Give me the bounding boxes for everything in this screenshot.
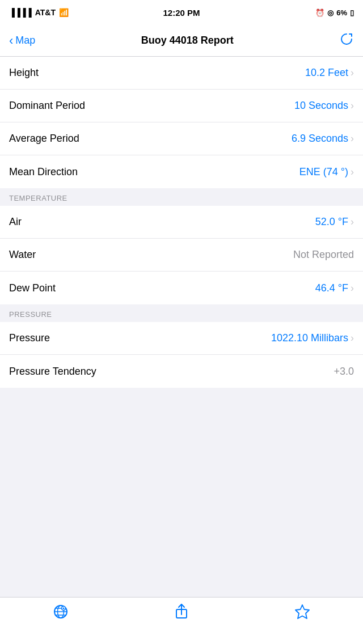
status-bar: ▐▐▐▐ AT&T 📶 12:20 PM ⏰ ◎ 6% ▯	[0, 0, 363, 25]
row-value-wrap-water: Not Reported	[293, 249, 354, 261]
row-value-wrap-average-period: 6.9 Seconds ›	[292, 133, 354, 145]
row-label-dominant-period: Dominant Period	[9, 100, 85, 112]
status-left: ▐▐▐▐ AT&T 📶	[9, 8, 69, 17]
row-value-wrap-pressure-tendency: +3.0	[334, 366, 354, 378]
svg-point-6	[63, 608, 65, 609]
row-label-dew-point: Dew Point	[9, 282, 56, 294]
status-right: ⏰ ◎ 6% ▯	[315, 9, 354, 17]
location-icon: ◎	[327, 9, 334, 17]
tab-map[interactable]	[52, 603, 69, 622]
tab-share[interactable]	[174, 603, 189, 622]
row-value-wrap-pressure: 1022.10 Millibars ›	[271, 332, 354, 344]
row-label-water: Water	[9, 249, 36, 261]
alarm-icon: ⏰	[315, 9, 324, 17]
chevron-right-icon: ›	[351, 67, 354, 79]
table-row: Pressure Tendency +3.0	[0, 355, 363, 388]
wifi-icon: 📶	[59, 8, 69, 17]
temperature-section: Air 52.0 °F › Water Not Reported Dew Poi…	[0, 206, 363, 304]
row-value-wrap-dew-point: 46.4 °F ›	[315, 282, 354, 294]
chevron-right-icon: ›	[351, 282, 354, 294]
row-value-height: 10.2 Feet	[305, 67, 348, 79]
row-value-wrap-height: 10.2 Feet ›	[305, 67, 354, 79]
row-label-air: Air	[9, 216, 22, 228]
row-label-average-period: Average Period	[9, 133, 79, 145]
table-row[interactable]: Air 52.0 °F ›	[0, 206, 363, 239]
back-button[interactable]: ‹ Map	[9, 33, 35, 48]
row-label-mean-direction: Mean Direction	[9, 166, 78, 178]
nav-bar: ‹ Map Buoy 44018 Report	[0, 25, 363, 57]
chevron-right-icon: ›	[351, 133, 354, 145]
battery-icon: ▯	[350, 9, 354, 17]
svg-marker-8	[296, 605, 309, 618]
battery-percent: 6%	[336, 9, 347, 17]
refresh-button[interactable]	[339, 32, 354, 50]
row-value-pressure: 1022.10 Millibars	[271, 332, 348, 344]
waves-section: Height 10.2 Feet › Dominant Period 10 Se…	[0, 57, 363, 188]
table-row: Water Not Reported	[0, 239, 363, 272]
star-icon	[294, 603, 311, 622]
row-label-pressure: Pressure	[9, 332, 50, 344]
table-row[interactable]: Pressure 1022.10 Millibars ›	[0, 322, 363, 355]
table-row[interactable]: Average Period 6.9 Seconds ›	[0, 122, 363, 155]
row-label-pressure-tendency: Pressure Tendency	[9, 366, 96, 378]
row-value-pressure-tendency: +3.0	[334, 366, 354, 378]
row-value-wrap-dominant-period: 10 Seconds ›	[294, 100, 354, 112]
temperature-section-header: Temperature	[0, 188, 363, 206]
row-value-wrap-mean-direction: ENE (74 °) ›	[299, 166, 354, 178]
row-value-dew-point: 46.4 °F	[315, 282, 348, 294]
globe-icon	[52, 603, 69, 622]
pressure-section: Pressure 1022.10 Millibars › Pressure Te…	[0, 322, 363, 388]
chevron-right-icon: ›	[351, 100, 354, 112]
chevron-right-icon: ›	[351, 166, 354, 178]
share-icon	[174, 603, 189, 622]
table-row[interactable]: Height 10.2 Feet ›	[0, 57, 363, 90]
table-row[interactable]: Mean Direction ENE (74 °) ›	[0, 155, 363, 188]
row-value-water: Not Reported	[293, 249, 354, 261]
table-row[interactable]: Dew Point 46.4 °F ›	[0, 272, 363, 304]
row-value-mean-direction: ENE (74 °)	[299, 166, 348, 178]
row-value-air: 52.0 °F	[315, 216, 348, 228]
back-label: Map	[15, 35, 35, 46]
tab-favorite[interactable]	[294, 603, 311, 622]
signal-icon: ▐▐▐▐	[9, 8, 32, 17]
chevron-left-icon: ‹	[9, 33, 13, 48]
table-row[interactable]: Dominant Period 10 Seconds ›	[0, 90, 363, 122]
content-area: Height 10.2 Feet › Dominant Period 10 Se…	[0, 57, 363, 439]
tab-bar	[0, 597, 363, 644]
chevron-right-icon: ›	[351, 332, 354, 344]
row-value-dominant-period: 10 Seconds	[294, 100, 348, 112]
pressure-section-header: Pressure	[0, 304, 363, 322]
row-label-height: Height	[9, 67, 39, 79]
row-value-wrap-air: 52.0 °F ›	[315, 216, 354, 228]
carrier-label: AT&T	[35, 8, 56, 17]
chevron-right-icon: ›	[351, 216, 354, 228]
page-title: Buoy 44018 Report	[141, 35, 234, 46]
row-value-average-period: 6.9 Seconds	[292, 133, 348, 145]
status-time: 12:20 PM	[163, 8, 200, 18]
